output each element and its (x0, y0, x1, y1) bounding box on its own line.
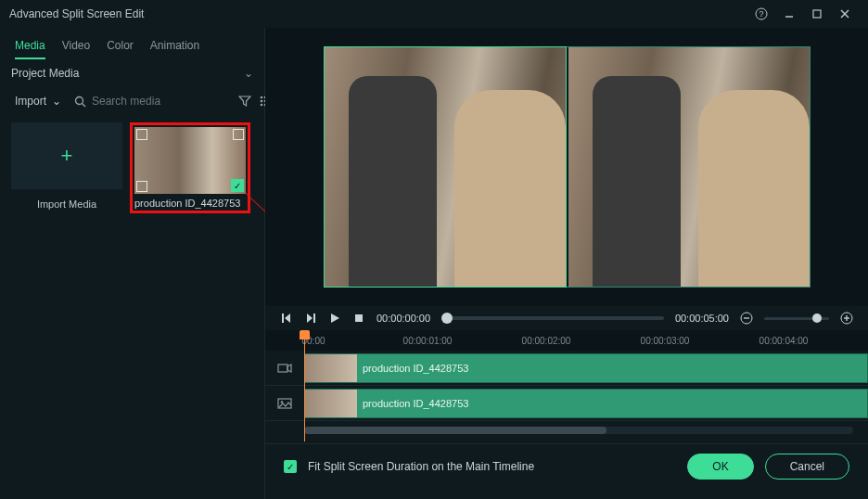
footer: ✓ Fit Split Screen Duration on the Main … (265, 443, 868, 489)
timeline-ruler[interactable]: 00:00 00:00:01:00 00:00:02:00 00:00:03:0… (265, 330, 868, 351)
split-pane-right[interactable] (568, 47, 810, 287)
cancel-button[interactable]: Cancel (765, 454, 849, 480)
playhead[interactable] (304, 330, 305, 441)
import-button[interactable]: Import ⌄ (9, 91, 67, 111)
import-label: Import (15, 95, 46, 108)
tab-color[interactable]: Color (107, 35, 134, 59)
timeline-clip[interactable]: production ID_4428753 (304, 353, 868, 383)
next-frame-icon[interactable] (304, 313, 317, 324)
filter-icon[interactable] (238, 95, 251, 108)
chevron-down-icon: ⌄ (52, 95, 61, 108)
current-time: 00:00:00:00 (377, 313, 430, 324)
horizontal-scrollbar[interactable] (265, 427, 868, 438)
media-item[interactable]: production ID_4428753 (130, 122, 250, 213)
clip-name: production ID_4428753 (363, 363, 468, 374)
ruler-mark: 00:00:03:00 (641, 336, 690, 346)
window-title: Advanced Split Screen Edit (9, 7, 747, 20)
track-image-icon[interactable] (265, 396, 304, 411)
zoom-out-icon[interactable] (740, 312, 753, 325)
project-media-row[interactable]: Project Media ⌄ (0, 59, 264, 87)
plus-icon: + (61, 144, 73, 168)
ruler-mark: 00:00:01:00 (403, 336, 453, 346)
ok-button[interactable]: OK (687, 454, 753, 480)
import-media-tile[interactable]: + (11, 122, 122, 189)
stop-icon[interactable] (352, 313, 365, 324)
tab-media[interactable]: Media (15, 35, 45, 59)
tab-video[interactable]: Video (62, 35, 90, 59)
split-preview[interactable] (324, 46, 811, 288)
help-icon[interactable]: ? (747, 6, 775, 21)
zoom-slider[interactable] (764, 317, 829, 320)
svg-marker-19 (307, 313, 313, 323)
preview-area (265, 28, 868, 306)
fit-duration-checkbox[interactable]: ✓ (284, 460, 297, 473)
svg-marker-29 (287, 365, 291, 372)
chevron-down-icon: ⌄ (244, 67, 253, 80)
zoom-in-icon[interactable] (840, 312, 853, 325)
prev-frame-icon[interactable] (280, 313, 293, 324)
svg-marker-17 (285, 313, 290, 323)
svg-rect-28 (278, 365, 287, 372)
clip-thumbnail (305, 389, 357, 418)
import-media-label: Import Media (11, 198, 122, 210)
play-icon[interactable] (328, 313, 341, 324)
svg-marker-21 (331, 313, 339, 323)
media-item-name: production ID_4428753 (134, 198, 246, 209)
clip-thumbnail (305, 353, 357, 383)
track-2: production ID_4428753 (265, 386, 868, 421)
ruler-mark: 00:00:04:00 (760, 336, 809, 346)
ruler-mark: 00:00:02:00 (522, 336, 571, 346)
total-time: 00:00:05:00 (675, 313, 729, 324)
split-pane-left[interactable] (325, 47, 566, 287)
search-input[interactable] (92, 95, 231, 108)
left-panel: Media Video Color Animation Project Medi… (0, 28, 265, 499)
timeline-clip[interactable]: production ID_4428753 (304, 389, 868, 418)
close-icon[interactable] (831, 6, 859, 21)
svg-rect-18 (282, 313, 284, 323)
tab-animation[interactable]: Animation (150, 35, 199, 59)
svg-point-8 (261, 96, 263, 99)
svg-rect-3 (813, 10, 821, 18)
titlebar: Advanced Split Screen Edit ? (0, 0, 868, 28)
svg-point-14 (261, 104, 263, 107)
svg-point-6 (76, 96, 83, 104)
track-video-icon[interactable] (265, 361, 304, 376)
clip-name: production ID_4428753 (363, 398, 468, 409)
svg-line-7 (83, 103, 86, 107)
track-1: production ID_4428753 (265, 351, 868, 386)
svg-text:?: ? (759, 9, 763, 19)
fit-duration-label: Fit Split Screen Duration on the Main Ti… (308, 460, 676, 473)
playback-bar: 00:00:00:00 00:00:05:00 (265, 306, 868, 330)
svg-rect-22 (355, 314, 363, 322)
svg-rect-20 (313, 313, 315, 323)
minimize-icon[interactable] (775, 6, 803, 21)
seek-bar[interactable] (441, 316, 664, 320)
maximize-icon[interactable] (803, 6, 831, 21)
media-thumbnail[interactable] (134, 127, 246, 194)
project-media-label: Project Media (11, 67, 79, 80)
svg-point-11 (261, 100, 263, 103)
search-icon[interactable] (74, 96, 86, 108)
